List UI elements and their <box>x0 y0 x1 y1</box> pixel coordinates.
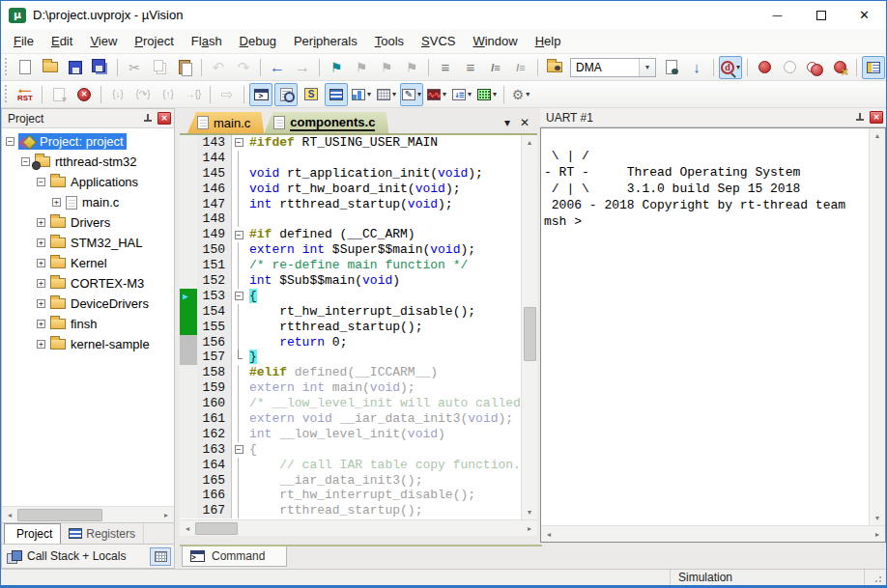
code-lines[interactable]: 143−#ifdef RT_USING_USER_MAIN144145void … <box>180 135 521 519</box>
editor-vscrollbar[interactable]: ▴ ▾ <box>521 135 537 519</box>
fold-column[interactable]: − <box>232 442 245 458</box>
navigate-back-button[interactable] <box>266 56 289 79</box>
dropdown-caret-icon[interactable]: ▾ <box>417 90 421 98</box>
uart-vscrollbar[interactable]: ▴ ▾ <box>869 128 885 525</box>
plus-expander-icon[interactable]: + <box>37 238 45 247</box>
menu-debug[interactable]: Debug <box>231 31 285 52</box>
project-tree-hscrollbar[interactable]: ◂ ▸ <box>2 506 174 522</box>
reset-cpu-button[interactable]: RST <box>14 83 37 106</box>
close-document-icon[interactable]: ✕ <box>520 116 529 129</box>
scroll-down-icon[interactable]: ▾ <box>522 505 537 519</box>
redo-button[interactable] <box>232 56 255 79</box>
incremental-find-button[interactable] <box>685 56 708 79</box>
tree-item-project-project[interactable]: −Project: project <box>2 131 174 152</box>
fold-collapse-icon[interactable]: − <box>235 292 243 300</box>
code-viewport[interactable]: 143−#ifdef RT_USING_USER_MAIN144145void … <box>180 135 537 519</box>
scroll-right-icon[interactable]: ▸ <box>158 508 174 522</box>
step-out-button[interactable] <box>157 83 180 106</box>
indent-button[interactable] <box>434 56 457 79</box>
search-combo[interactable]: DMA▾ <box>570 58 656 77</box>
stop-button[interactable] <box>72 83 96 106</box>
tab-main-c[interactable]: main.c <box>187 112 264 133</box>
tree-item-rtthread-stm32[interactable]: −rtthread-stm32 <box>2 152 174 172</box>
menu-flash[interactable]: Flash <box>183 31 231 52</box>
find-in-files-button[interactable] <box>543 56 566 79</box>
insert-remove-breakpoint-button[interactable] <box>753 56 776 79</box>
memory-window-button[interactable]: ▾ <box>375 83 398 106</box>
maximize-button[interactable] <box>799 2 843 29</box>
serial-window-button[interactable] <box>325 83 348 106</box>
fold-collapse-icon[interactable]: − <box>235 231 243 239</box>
paste-button[interactable] <box>173 56 196 79</box>
project-window-toggle-button[interactable] <box>862 56 885 79</box>
tab-registers[interactable]: Registers <box>61 523 144 544</box>
plus-expander-icon[interactable]: + <box>52 198 61 207</box>
dropdown-caret-icon[interactable]: ▾ <box>736 63 740 71</box>
tree-item-kernel[interactable]: +Kernel <box>2 253 174 273</box>
view-mode-grid-button[interactable] <box>150 547 171 566</box>
tree-item-cortex-m3[interactable]: +CORTEX-M3 <box>2 273 174 294</box>
start-stop-debug-button[interactable]: ▾ <box>719 56 742 79</box>
system-viewer-button[interactable]: ▾ <box>475 83 499 106</box>
scroll-right-icon[interactable]: ▸ <box>870 527 885 542</box>
menu-window[interactable]: Window <box>464 31 526 52</box>
save-button[interactable] <box>64 56 87 79</box>
tab-command[interactable]: Command <box>182 546 287 567</box>
plus-expander-icon[interactable]: + <box>37 259 45 267</box>
dropdown-caret-icon[interactable]: ▾ <box>493 90 497 98</box>
tree-item-applications[interactable]: −Applications <box>2 172 174 192</box>
menu-svcs[interactable]: SVCS <box>413 31 464 52</box>
minus-expander-icon[interactable]: − <box>6 137 14 146</box>
uart-panel-close-icon[interactable] <box>870 111 883 124</box>
uart-hscrollbar[interactable]: ◂ ▸ <box>541 525 885 542</box>
dropdown-caret-icon[interactable]: ▾ <box>526 90 529 98</box>
outdent-button[interactable] <box>459 56 482 79</box>
watch-window-button[interactable]: ▾ <box>400 83 423 106</box>
step-over-button[interactable] <box>131 83 155 106</box>
bookmark-next-button[interactable] <box>375 56 398 79</box>
cut-button[interactable] <box>123 56 146 79</box>
logic-analyzer-button[interactable]: ▾ <box>425 83 448 106</box>
fold-column[interactable]: − <box>232 227 245 242</box>
fold-collapse-icon[interactable]: − <box>235 445 243 454</box>
plus-expander-icon[interactable]: + <box>37 218 45 227</box>
plus-expander-icon[interactable]: + <box>37 320 45 328</box>
run-to-cursor-button[interactable] <box>182 83 205 106</box>
pin-icon[interactable] <box>141 112 155 126</box>
scroll-left-icon[interactable]: ◂ <box>541 527 557 542</box>
scroll-thumb[interactable] <box>195 522 238 535</box>
minus-expander-icon[interactable]: − <box>37 178 45 186</box>
run-button[interactable] <box>47 83 71 106</box>
minimize-button[interactable] <box>756 2 799 29</box>
disable-all-breakpoints-button[interactable] <box>803 56 826 79</box>
plus-expander-icon[interactable]: + <box>37 279 45 288</box>
document-list-icon[interactable]: ▾ <box>504 116 510 129</box>
kill-all-breakpoints-button[interactable] <box>828 56 851 79</box>
combo-dropdown-icon[interactable]: ▾ <box>639 59 655 76</box>
symbol-window-button[interactable] <box>300 83 323 106</box>
fold-collapse-icon[interactable]: − <box>235 138 243 147</box>
copy-button[interactable] <box>148 56 171 79</box>
debug-toolbox-button[interactable]: ▾ <box>509 83 532 106</box>
close-button[interactable] <box>843 2 886 29</box>
plus-expander-icon[interactable]: + <box>37 299 45 308</box>
open-file-button[interactable] <box>39 56 62 79</box>
project-panel-close-icon[interactable] <box>157 112 171 125</box>
menu-project[interactable]: Project <box>126 31 182 52</box>
scroll-up-icon[interactable]: ▴ <box>870 128 885 143</box>
tree-item-devicedrivers[interactable]: +DeviceDrivers <box>2 294 174 314</box>
editor-hscrollbar[interactable]: ◂ ▸ <box>180 519 537 536</box>
show-next-statement-button[interactable] <box>215 83 239 106</box>
scroll-up-icon[interactable]: ▴ <box>522 135 537 150</box>
new-file-button[interactable] <box>14 56 37 79</box>
scroll-left-icon[interactable]: ◂ <box>2 508 17 522</box>
scroll-left-icon[interactable]: ◂ <box>180 521 195 536</box>
menu-help[interactable]: Help <box>527 31 570 52</box>
fold-column[interactable]: − <box>232 289 245 304</box>
minus-expander-icon[interactable]: − <box>21 157 30 166</box>
toolbar-grip[interactable] <box>3 85 10 104</box>
menu-peripherals[interactable]: Peripherals <box>285 31 366 52</box>
scroll-right-icon[interactable]: ▸ <box>522 521 537 536</box>
toolbar-grip[interactable] <box>3 58 10 77</box>
tree-item-stm32-hal[interactable]: +STM32_HAL <box>2 233 174 253</box>
